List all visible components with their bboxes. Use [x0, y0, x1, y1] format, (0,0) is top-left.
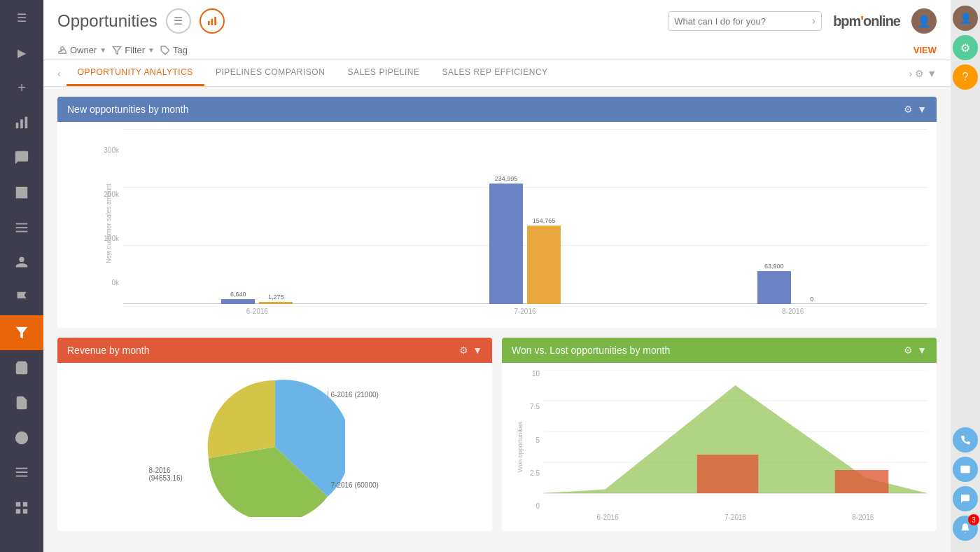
bar-pair: 6,640 1,275: [221, 291, 293, 304]
bar-chart-settings-button[interactable]: ⚙: [904, 104, 913, 115]
pie-chart-dropdown-button[interactable]: ▼: [472, 345, 482, 356]
info-icon: [14, 430, 29, 446]
y-axis-label-line: Won opportunities: [517, 422, 524, 472]
main-content: Opportunities ☰ › bpm'online 👤 Owner ▼: [43, 0, 951, 552]
svg-rect-15: [16, 502, 20, 506]
table-icon: [14, 185, 29, 200]
tab-prev-button[interactable]: ‹: [57, 68, 61, 79]
pie-chart-title: Revenue by month: [67, 345, 150, 356]
bar-pair: 234,995 154,765: [489, 175, 561, 304]
sidebar-item-funnel[interactable]: [0, 315, 43, 350]
pie-chart-settings-button[interactable]: ⚙: [459, 345, 468, 356]
bar-value: 0: [810, 296, 813, 303]
sidebar-toggle[interactable]: ☰: [0, 0, 43, 35]
svg-rect-21: [214, 17, 216, 25]
mail-icon: [960, 464, 971, 475]
filter-icon: [112, 46, 122, 55]
y-label-7.5: 7.5: [530, 403, 540, 410]
line-chart-dropdown-button[interactable]: ▼: [917, 345, 927, 356]
line-chart-settings-button[interactable]: ⚙: [904, 345, 913, 356]
x-label-6-line: 6-2016: [597, 513, 619, 521]
sidebar-item-chart[interactable]: [0, 105, 43, 140]
bar-rect: [221, 299, 255, 304]
sidebar-item-play[interactable]: ▶: [0, 35, 43, 70]
line-chart-header: Won vs. Lost opportunities by month ⚙ ▼: [502, 338, 937, 363]
notifications-badge: 3: [968, 514, 979, 525]
filter-control[interactable]: Filter ▼: [112, 45, 155, 55]
grid-icon: [14, 500, 29, 516]
sidebar-item-info[interactable]: [0, 420, 43, 455]
notifications-button[interactable]: 3: [953, 516, 978, 541]
header: Opportunities ☰ › bpm'online 👤 Owner ▼: [43, 0, 951, 60]
owner-arrow-icon: ▼: [99, 46, 106, 54]
y-label-2.5: 2.5: [530, 469, 540, 477]
y-label-5: 5: [536, 436, 540, 444]
sidebar-item-add[interactable]: +: [0, 70, 43, 105]
view-button[interactable]: VIEW: [913, 45, 937, 55]
lines-icon: [14, 465, 29, 481]
filter-arrow-icon: ▼: [148, 46, 155, 54]
phone-icon: [960, 434, 971, 446]
sidebar-item-document[interactable]: [0, 385, 43, 420]
bell-icon: [960, 523, 971, 534]
sidebar-item-person[interactable]: [0, 245, 43, 280]
owner-filter[interactable]: Owner ▼: [57, 45, 106, 55]
svg-rect-4: [16, 227, 28, 228]
page-title: Opportunities: [57, 11, 158, 31]
sidebar-item-table[interactable]: [0, 175, 43, 210]
bar-blue-7: 234,995: [489, 175, 523, 304]
settings-button[interactable]: ⚙: [953, 35, 978, 60]
bar-chart-icon: [206, 15, 218, 27]
search-input[interactable]: [674, 16, 812, 27]
bar-orange-6: 1,275: [259, 294, 293, 304]
bar-blue-6: 6,640: [221, 291, 255, 304]
svg-rect-18: [23, 509, 27, 513]
play-icon: ▶: [18, 46, 26, 60]
document-icon: [14, 395, 29, 410]
user-avatar[interactable]: 👤: [953, 6, 978, 31]
chat-button[interactable]: [953, 486, 978, 511]
svg-rect-3: [16, 223, 28, 225]
sidebar-item-lines[interactable]: [0, 455, 43, 490]
sidebar-item-chat[interactable]: [0, 140, 43, 175]
sidebar-item-flag[interactable]: [0, 280, 43, 315]
y-axis-label: New customer sales amount: [105, 184, 112, 263]
bar-value: 63,900: [764, 263, 784, 270]
sidebar-item-cart[interactable]: [0, 350, 43, 385]
tab-label: PIPELINES COMPARISON: [216, 67, 325, 77]
y-label-10: 10: [532, 370, 540, 378]
flag-icon: [14, 290, 29, 305]
bar-chart-header: New opportunities by month ⚙ ▼: [57, 97, 937, 122]
search-box[interactable]: ›: [668, 11, 822, 31]
bar-value: 154,765: [533, 217, 556, 224]
tab-sales-rep-efficiency[interactable]: SALES REP EFFICIENCY: [430, 60, 559, 86]
tab-next-button[interactable]: ›: [909, 68, 913, 79]
svg-rect-16: [23, 502, 27, 506]
help-button[interactable]: ?: [953, 64, 978, 90]
bottom-row: Revenue by month ⚙ ▼: [57, 338, 937, 531]
y-label-0: 0: [536, 502, 540, 510]
tab-settings-button[interactable]: ⚙ ▼: [915, 68, 937, 79]
x-label-8-line: 8-2016: [852, 513, 874, 521]
tab-label: OPPORTUNITY ANALYTICS: [78, 67, 193, 77]
mail-button[interactable]: [953, 457, 978, 482]
phone-button[interactable]: [953, 427, 978, 453]
bar-rect: [489, 184, 523, 304]
bar-orange-8: 0: [795, 296, 829, 304]
tab-opportunity-analytics[interactable]: OPPORTUNITY ANALYTICS: [66, 60, 204, 86]
pie-label-7-2016: 7-2016 (60000): [331, 481, 379, 489]
pie-chart-header: Revenue by month ⚙ ▼: [57, 338, 492, 363]
sidebar-item-list[interactable]: [0, 210, 43, 245]
analytics-view-button[interactable]: [200, 8, 225, 34]
sidebar-item-grid[interactable]: [0, 490, 43, 525]
bar-chart-body: New customer sales amount 300k 200k 100k…: [57, 122, 937, 328]
bar-value: 234,995: [495, 175, 518, 182]
funnel-icon: [14, 325, 29, 340]
bar-blue-8: 63,900: [757, 263, 791, 304]
list-view-button[interactable]: ☰: [166, 8, 191, 34]
y-axis-area: New customer sales amount 300k 200k 100k…: [67, 129, 123, 318]
tab-sales-pipeline[interactable]: SALES PIPELINE: [336, 60, 430, 86]
tag-filter[interactable]: Tag: [160, 45, 188, 55]
tab-pipelines-comparison[interactable]: PIPELINES COMPARISON: [204, 60, 336, 86]
bar-chart-dropdown-button[interactable]: ▼: [917, 104, 927, 115]
